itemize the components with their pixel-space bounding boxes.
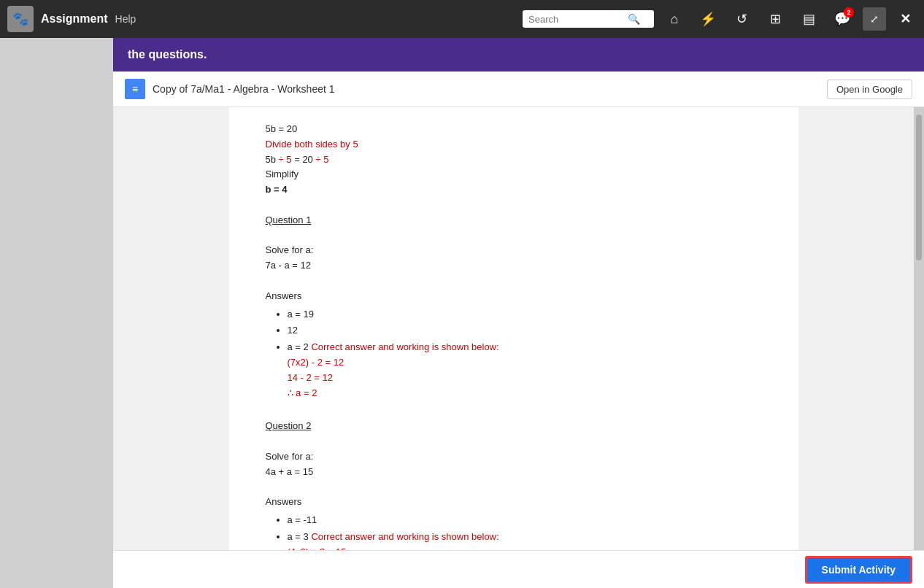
doc-toolbar: ≡ Copy of 7a/Ma1 - Algebra - Worksheet 1… (113, 71, 924, 107)
content-area: the questions. ≡ Copy of 7a/Ma1 - Algebr… (113, 38, 924, 588)
q2-equation: 4a + a = 15 (266, 465, 762, 480)
scrollbar-track[interactable] (914, 107, 924, 550)
math-instruction: Divide both sides by 5 (266, 137, 762, 152)
math-div2: ÷ 5 (315, 154, 328, 165)
bottom-bar: Submit Activity (113, 550, 924, 588)
q1-answer-1: a = 19 (288, 307, 762, 322)
math-div1: ÷ 5 (279, 154, 292, 165)
math-result: b = 4 (266, 182, 762, 198)
open-in-google-button[interactable]: Open in Google (827, 80, 912, 99)
doc-page: 5b = 20 Divide both sides by 5 5b ÷ 5 = … (229, 107, 798, 550)
q2-label: Question 2 (266, 419, 762, 434)
q1-answer-2: 12 (288, 323, 762, 339)
doc-scroll-wrapper: 5b = 20 Divide both sides by 5 5b ÷ 5 = … (113, 107, 924, 550)
q2-working-1: (4x3) + 3 = 15 (288, 546, 347, 550)
q2-correct-label: Correct answer and working is shown belo… (311, 531, 498, 542)
expand-button[interactable]: ⤢ (863, 7, 886, 31)
main-layout: the questions. ≡ Copy of 7a/Ma1 - Algebr… (0, 38, 924, 588)
flash-button[interactable]: ⚡ (695, 6, 721, 32)
q1-solve: Solve for a: (266, 243, 762, 258)
q1-working-2: 14 - 2 = 12 (288, 372, 334, 383)
q1-working-3: ∴ a = 2 (288, 387, 317, 398)
grid-button[interactable]: ⊞ (762, 6, 788, 32)
q2-answer-1: a = -11 (288, 513, 762, 528)
left-sidebar (0, 38, 113, 588)
chat-button[interactable]: 💬 2 (829, 6, 855, 32)
search-icon[interactable]: 🔍 (628, 13, 640, 25)
q1-working-1: (7x2) - 2 = 12 (288, 357, 344, 368)
search-box: 🔍 (523, 10, 654, 28)
doc-scroll-area[interactable]: 5b = 20 Divide both sides by 5 5b ÷ 5 = … (113, 107, 914, 550)
nav-title: Assignment (41, 12, 108, 26)
q2-solve: Solve for a: (266, 449, 762, 465)
purple-header: the questions. (113, 38, 924, 71)
nav-help-link[interactable]: Help (115, 13, 136, 25)
q1-label: Question 1 (266, 213, 762, 228)
notification-badge: 2 (844, 7, 854, 18)
top-navigation: 🐾 Assignment Help 🔍 ⌂ ⚡ ↺ ⊞ ▤ 💬 2 ⤢ ✕ (0, 0, 924, 38)
q2-answers-label: Answers (266, 495, 762, 510)
refresh-button[interactable]: ↺ (728, 6, 755, 32)
header-text: the questions. (128, 48, 207, 61)
submit-activity-button[interactable]: Submit Activity (805, 556, 912, 584)
q1-answers-list: a = 19 12 a = 2 Correct answer and worki… (266, 307, 762, 401)
logo-icon: 🐾 (12, 11, 28, 27)
q1-correct-label: Correct answer and working is shown belo… (311, 341, 498, 352)
math-line1: 5b = 20 (266, 122, 762, 137)
doc-title: Copy of 7a/Ma1 - Algebra - Worksheet 1 (153, 83, 820, 95)
doc-icon-symbol: ≡ (132, 83, 138, 95)
q1-equation: 7a - a = 12 (266, 258, 762, 274)
doc-type-icon: ≡ (125, 79, 145, 99)
home-button[interactable]: ⌂ (661, 6, 688, 32)
q2-answers-list: a = -11 a = 3 Correct answer and working… (266, 513, 762, 550)
search-input[interactable] (528, 14, 623, 25)
q1-answer-3: a = 2 Correct answer and working is show… (288, 340, 762, 401)
close-button[interactable]: ✕ (893, 7, 917, 31)
document-button[interactable]: ▤ (796, 6, 822, 32)
scrollbar-thumb[interactable] (916, 115, 922, 260)
math-simplify: Simplify (266, 167, 762, 182)
math-line2: 5b ÷ 5 = 20 ÷ 5 (266, 152, 762, 168)
doc-content: 5b = 20 Divide both sides by 5 5b ÷ 5 = … (266, 122, 762, 550)
q2-answer-2: a = 3 Correct answer and working is show… (288, 530, 762, 550)
app-logo: 🐾 (7, 6, 34, 32)
q1-answers-label: Answers (266, 289, 762, 304)
